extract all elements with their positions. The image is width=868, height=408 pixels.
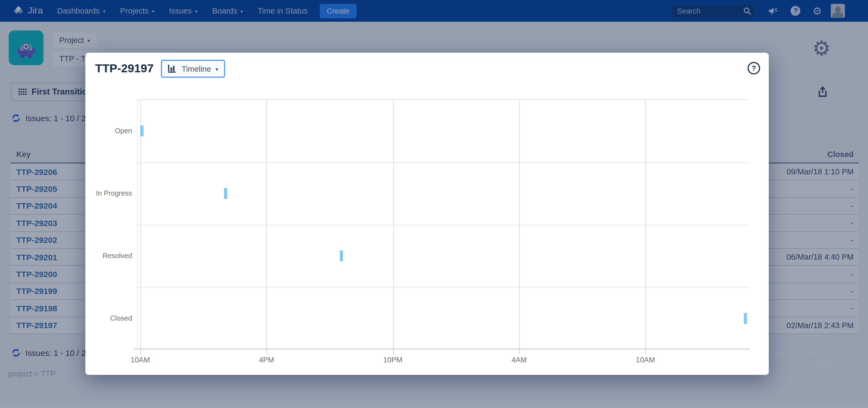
view-selector-label: Timeline	[182, 64, 211, 73]
vgridline	[519, 100, 520, 349]
timeline-bar-open[interactable]	[141, 126, 144, 137]
x-tick-label: 4PM	[247, 356, 285, 364]
axis-tick	[645, 349, 646, 354]
app-root: Jira Dashboards▾Projects▾Issues▾Boards▾T…	[0, 0, 868, 408]
axis-tick	[393, 349, 393, 354]
timeline-bar-in-progress[interactable]	[224, 188, 227, 199]
hgridline	[137, 163, 750, 163]
hgridline	[137, 225, 750, 225]
vgridline	[393, 100, 393, 349]
x-tick-label: 10PM	[374, 356, 412, 364]
vgridline	[267, 100, 267, 349]
row-label-resolved: Resolved	[72, 251, 132, 260]
modal-help-icon[interactable]: ?	[748, 62, 760, 74]
row-label-in-progress: In Progress	[72, 189, 132, 197]
axis-tick	[519, 349, 520, 354]
row-label-closed: Closed	[72, 314, 132, 322]
vgridline	[645, 100, 646, 349]
x-tick-label: 10AM	[121, 356, 159, 364]
view-selector-button[interactable]: Timeline ▾	[161, 60, 225, 78]
x-tick-label: 10AM	[626, 356, 664, 364]
row-label-open: Open	[72, 127, 132, 135]
timeline-chart: OpenIn ProgressResolvedClosed10AM4PM10PM…	[137, 99, 750, 349]
bar-chart-icon	[168, 65, 177, 73]
vgridline	[140, 100, 141, 349]
x-tick-label: 4AM	[500, 356, 538, 364]
timeline-modal: TTP-29197 Timeline ▾ ? OpenIn ProgressRe…	[85, 53, 769, 375]
axis-tick	[140, 349, 141, 354]
hgridline	[137, 287, 750, 288]
modal-title: TTP-29197	[95, 62, 154, 75]
timeline-bar-closed[interactable]	[744, 313, 747, 324]
chevron-down-icon: ▾	[216, 66, 218, 72]
axis-tick	[267, 349, 267, 354]
timeline-bar-resolved[interactable]	[340, 250, 343, 261]
x-axis-line	[134, 349, 750, 349]
